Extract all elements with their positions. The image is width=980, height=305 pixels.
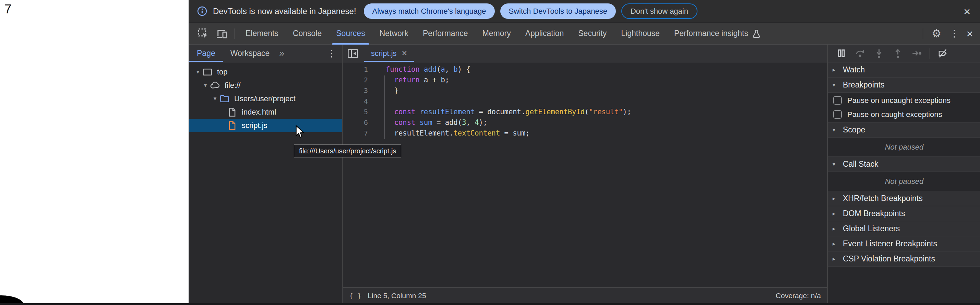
section-csp-violation-breakpoints[interactable]: ▸CSP Violation Breakpoints	[828, 251, 980, 267]
tab-label: Performance	[423, 29, 468, 38]
tab-memory[interactable]: Memory	[475, 22, 518, 45]
chevron-down-icon: ▾	[832, 126, 843, 133]
line-number[interactable]: 7	[343, 128, 368, 139]
line-number[interactable]: 1	[343, 64, 368, 75]
section-scope[interactable]: ▾Scope	[828, 123, 980, 137]
line-number[interactable]: 5	[343, 107, 368, 117]
tab-security[interactable]: Security	[571, 22, 614, 45]
navigator-tab-page[interactable]: Page	[189, 45, 223, 62]
section-watch[interactable]: ▸Watch	[828, 62, 980, 78]
section-label: Watch	[843, 65, 865, 75]
tree-item-index-html[interactable]: index.html	[189, 105, 342, 119]
pause-icon[interactable]	[836, 48, 846, 59]
tree-item-users-user-project[interactable]: ▾Users/user/project	[189, 92, 342, 105]
tree-item-file[interactable]: ▾file://	[189, 78, 342, 92]
navigator-toolbar: PageWorkspace » ⋮	[189, 45, 342, 62]
checkbox-row-pause-on-caught-exceptions[interactable]: Pause on caught exceptions	[828, 107, 980, 121]
navigator-sidebar: PageWorkspace » ⋮ ▾top▾file://▾Users/use…	[189, 45, 342, 303]
section-xhr-fetch-breakpoints[interactable]: ▸XHR/fetch Breakpoints	[828, 191, 980, 206]
file-js-icon	[227, 121, 237, 130]
file-icon	[227, 107, 237, 117]
infobar-close-icon[interactable]: ×	[961, 5, 972, 17]
navigator-more-icon[interactable]: ⋮	[321, 48, 342, 59]
tab-sources[interactable]: Sources	[329, 22, 372, 45]
navigator-tabs: PageWorkspace	[189, 45, 277, 62]
more-tabs-icon[interactable]: »	[277, 48, 286, 59]
line-number[interactable]: 3	[343, 85, 368, 96]
tab-application[interactable]: Application	[518, 22, 571, 45]
code-line: 4	[343, 96, 827, 107]
tab-label: Lighthouse	[621, 29, 660, 38]
tab-lighthouse[interactable]: Lighthouse	[614, 22, 667, 45]
chevron-down-icon: ▾	[832, 81, 843, 88]
flask-icon	[752, 29, 761, 38]
tree-item-label: script.js	[242, 121, 267, 130]
code-editor[interactable]: 1function add(a, b) {2 return a + b;3 }4…	[343, 62, 827, 287]
line-number[interactable]: 6	[343, 117, 368, 128]
tab-console[interactable]: Console	[286, 22, 329, 45]
inspect-element-icon[interactable]	[197, 27, 210, 40]
section-global-listeners[interactable]: ▸Global Listeners	[828, 221, 980, 236]
code-line: 7 resultElement.textContent = sum;	[343, 128, 827, 139]
checkbox[interactable]	[833, 96, 842, 105]
expand-arrow-icon[interactable]: ▾	[210, 95, 220, 102]
scope-content: Not paused	[828, 137, 980, 157]
switch-devtools-japanese-button[interactable]: Switch DevTools to Japanese	[500, 3, 616, 19]
step-over-icon[interactable]	[855, 48, 865, 59]
code-line: 6 const sum = add(3, 4);	[343, 117, 827, 128]
dont-show-again-button[interactable]: Don't show again	[621, 3, 697, 19]
devtools-window: DevTools is now available in Japanese! A…	[189, 0, 980, 305]
checkbox-row-pause-on-uncaught-exceptions[interactable]: Pause on uncaught exceptions	[828, 93, 980, 107]
navigator-tab-workspace[interactable]: Workspace	[223, 45, 277, 62]
browser-page-content: 7	[0, 0, 189, 305]
source-editor: script.js × 1function add(a, b) {2 retur…	[343, 45, 827, 303]
line-number[interactable]: 2	[343, 75, 368, 85]
tab-label: Memory	[482, 29, 511, 38]
expand-arrow-icon[interactable]: ▾	[201, 81, 210, 89]
section-breakpoints[interactable]: ▾Breakpoints	[828, 78, 980, 93]
tab-label: Application	[525, 29, 564, 38]
file-tab-label: script.js	[371, 49, 397, 58]
settings-gear-icon[interactable]: ⚙	[929, 28, 944, 39]
code-line: 5 const resultElement = document.getElem…	[343, 107, 827, 117]
section-label: Event Listener Breakpoints	[843, 239, 937, 248]
page-content-text: 7	[5, 2, 12, 16]
step-into-icon[interactable]	[874, 48, 885, 59]
toggle-navigator-icon[interactable]	[347, 48, 360, 59]
section-dom-breakpoints[interactable]: ▸DOM Breakpoints	[828, 206, 980, 221]
tab-script-js[interactable]: script.js ×	[364, 45, 414, 62]
gutter-border	[384, 75, 385, 139]
chevron-right-icon: ▸	[832, 241, 843, 247]
mouse-cursor	[294, 125, 306, 139]
tab-network[interactable]: Network	[372, 22, 415, 45]
close-tab-icon[interactable]: ×	[402, 49, 407, 58]
breakpoints-options: Pause on uncaught exceptionsPause on cau…	[828, 93, 980, 123]
editor-tab-strip: script.js ×	[343, 45, 827, 62]
expand-arrow-icon[interactable]: ▾	[193, 68, 202, 75]
more-options-icon[interactable]: ⋮	[947, 29, 962, 38]
tab-elements[interactable]: Elements	[238, 22, 286, 45]
step-icon[interactable]	[912, 48, 922, 59]
chevron-right-icon: ▸	[832, 195, 843, 202]
tab-performance[interactable]: Performance	[415, 22, 475, 45]
section-label: XHR/fetch Breakpoints	[843, 194, 923, 203]
step-out-icon[interactable]	[892, 48, 903, 59]
tree-item-top[interactable]: ▾top	[189, 65, 342, 78]
chevron-right-icon: ▸	[832, 210, 843, 217]
section-call-stack[interactable]: ▾Call Stack	[828, 157, 980, 172]
device-toolbar-icon[interactable]	[216, 27, 228, 40]
tab-label: Elements	[245, 29, 278, 38]
tab-performance-insights[interactable]: Performance insights	[667, 22, 768, 45]
line-number[interactable]: 4	[343, 96, 368, 107]
deactivate-breakpoints-icon[interactable]	[937, 48, 948, 59]
tree-item-script-js[interactable]: script.js	[189, 119, 342, 132]
debugger-sections: ▸Watch▾BreakpointsPause on uncaught exce…	[828, 62, 980, 267]
code-text	[368, 96, 386, 107]
not-paused-message: Not paused	[828, 172, 980, 191]
debugger-toolbar	[828, 45, 980, 62]
pretty-print-icon[interactable]: { }	[349, 292, 361, 300]
devtools-close-icon[interactable]: ×	[964, 28, 975, 40]
checkbox[interactable]	[833, 110, 842, 119]
always-match-language-button[interactable]: Always match Chrome's language	[364, 3, 495, 19]
section-event-listener-breakpoints[interactable]: ▸Event Listener Breakpoints	[828, 236, 980, 251]
